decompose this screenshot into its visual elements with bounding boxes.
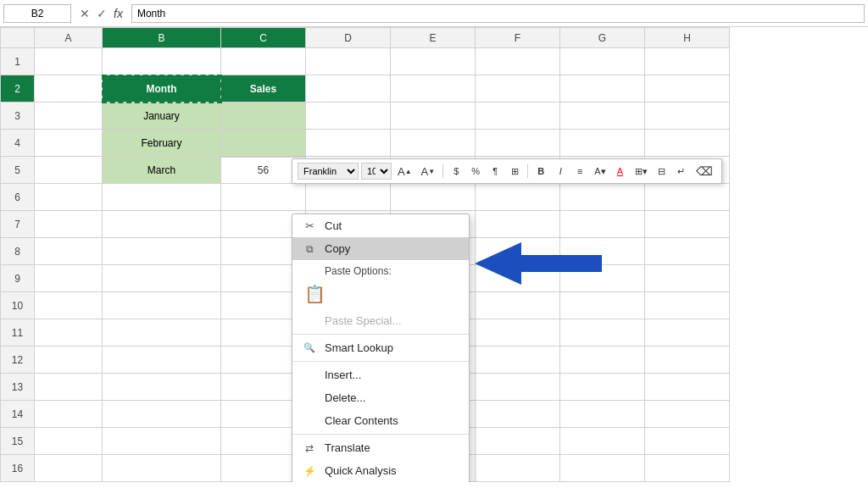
- cell-B6[interactable]: [103, 184, 221, 211]
- paste-icon-1[interactable]: 📋: [304, 284, 326, 304]
- cell-A8[interactable]: [35, 238, 103, 265]
- cell-G11[interactable]: [560, 319, 645, 347]
- cell-A15[interactable]: [35, 428, 103, 455]
- currency-button[interactable]: $: [448, 163, 465, 180]
- cell-G6[interactable]: [560, 184, 645, 211]
- confirm-icon[interactable]: ✓: [97, 7, 107, 20]
- cell-G16[interactable]: [560, 455, 645, 482]
- menu-item-clear-contents[interactable]: Clear Contents: [292, 409, 469, 432]
- cell-H11[interactable]: [645, 319, 730, 347]
- cell-B11[interactable]: [103, 319, 221, 347]
- bold-button[interactable]: B: [532, 163, 549, 180]
- col-header-B[interactable]: B: [103, 28, 221, 48]
- table-format-button[interactable]: ⊞: [506, 163, 523, 180]
- cell-F7[interactable]: [476, 211, 560, 238]
- cell-F1[interactable]: [476, 48, 560, 75]
- cell-B7[interactable]: [103, 211, 221, 238]
- cell-F2[interactable]: [476, 75, 560, 103]
- cell-H1[interactable]: [645, 48, 730, 75]
- clear-format-button[interactable]: ⌫: [693, 163, 716, 180]
- cell-B8[interactable]: [103, 238, 221, 265]
- decrease-font-button[interactable]: A▼: [418, 163, 439, 180]
- cell-G12[interactable]: [560, 347, 645, 374]
- col-header-C[interactable]: C: [221, 28, 306, 48]
- menu-item-delete[interactable]: Delete...: [292, 386, 469, 409]
- cell-H16[interactable]: [645, 455, 730, 482]
- italic-button[interactable]: I: [552, 163, 569, 180]
- cell-G10[interactable]: [560, 292, 645, 319]
- font-color-button[interactable]: A: [612, 163, 629, 180]
- fx-icon[interactable]: fx: [114, 7, 123, 20]
- border-button[interactable]: ⊞▾: [632, 163, 651, 180]
- col-header-G[interactable]: G: [560, 28, 645, 48]
- cell-F10[interactable]: [476, 292, 560, 319]
- font-name-select[interactable]: Franklin: [298, 163, 359, 180]
- cell-E1[interactable]: [391, 48, 476, 75]
- cell-B3[interactable]: January: [103, 103, 221, 130]
- col-header-F[interactable]: F: [476, 28, 560, 48]
- cell-A10[interactable]: [35, 292, 103, 319]
- menu-item-quick-analysis[interactable]: ⚡ Quick Analysis: [292, 459, 469, 482]
- cell-G13[interactable]: [560, 374, 645, 401]
- cell-A16[interactable]: [35, 455, 103, 482]
- cell-B14[interactable]: [103, 401, 221, 428]
- cell-H13[interactable]: [645, 374, 730, 401]
- cell-D4[interactable]: [306, 130, 391, 157]
- cell-C2[interactable]: Sales: [221, 75, 306, 103]
- cell-E3[interactable]: [391, 103, 476, 130]
- col-header-H[interactable]: H: [645, 28, 730, 48]
- cell-G1[interactable]: [560, 48, 645, 75]
- cell-A11[interactable]: [35, 319, 103, 347]
- cell-A1[interactable]: [35, 48, 103, 75]
- cell-H3[interactable]: [645, 103, 730, 130]
- cell-D3[interactable]: [306, 103, 391, 130]
- menu-item-copy[interactable]: ⧉ Copy: [292, 237, 469, 260]
- cell-G4[interactable]: [560, 130, 645, 157]
- wrap-button[interactable]: ↵: [673, 163, 690, 180]
- cell-F12[interactable]: [476, 347, 560, 374]
- increase-font-button[interactable]: A▲: [394, 163, 415, 180]
- cell-G7[interactable]: [560, 211, 645, 238]
- cell-A12[interactable]: [35, 347, 103, 374]
- percent-button[interactable]: %: [467, 163, 484, 180]
- format-button[interactable]: ¶: [487, 163, 504, 180]
- cell-C3[interactable]: [221, 103, 306, 130]
- cell-E6[interactable]: [391, 184, 476, 211]
- cell-D1[interactable]: [306, 48, 391, 75]
- cell-A3[interactable]: [35, 103, 103, 130]
- cell-name-box[interactable]: B2: [3, 4, 71, 23]
- cell-H2[interactable]: [645, 75, 730, 103]
- cell-B5[interactable]: March: [103, 157, 221, 184]
- cell-F6[interactable]: [476, 184, 560, 211]
- col-header-E[interactable]: E: [391, 28, 476, 48]
- cell-H15[interactable]: [645, 428, 730, 455]
- cell-A6[interactable]: [35, 184, 103, 211]
- align-button[interactable]: ≡: [571, 163, 588, 180]
- cell-G15[interactable]: [560, 428, 645, 455]
- cell-A13[interactable]: [35, 374, 103, 401]
- font-size-select[interactable]: 10: [361, 163, 392, 180]
- cell-G3[interactable]: [560, 103, 645, 130]
- cell-G14[interactable]: [560, 401, 645, 428]
- cell-A9[interactable]: [35, 265, 103, 292]
- menu-item-insert[interactable]: Insert...: [292, 363, 469, 386]
- menu-item-smart-lookup[interactable]: 🔍 Smart Lookup: [292, 336, 469, 359]
- cell-F4[interactable]: [476, 130, 560, 157]
- cell-B15[interactable]: [103, 428, 221, 455]
- cell-F13[interactable]: [476, 374, 560, 401]
- cell-E4[interactable]: [391, 130, 476, 157]
- menu-item-translate[interactable]: ⇄ Translate: [292, 436, 469, 459]
- cell-F15[interactable]: [476, 428, 560, 455]
- merge-button[interactable]: ⊟: [654, 163, 670, 180]
- cell-F14[interactable]: [476, 401, 560, 428]
- cell-C4[interactable]: [221, 130, 306, 157]
- cell-B10[interactable]: [103, 292, 221, 319]
- formula-input[interactable]: Month: [131, 4, 865, 23]
- cell-H7[interactable]: [645, 211, 730, 238]
- cell-H14[interactable]: [645, 401, 730, 428]
- cell-H4[interactable]: [645, 130, 730, 157]
- highlight-color-button[interactable]: A▾: [591, 163, 609, 180]
- cell-H9[interactable]: [645, 265, 730, 292]
- cell-B9[interactable]: [103, 265, 221, 292]
- col-header-D[interactable]: D: [306, 28, 391, 48]
